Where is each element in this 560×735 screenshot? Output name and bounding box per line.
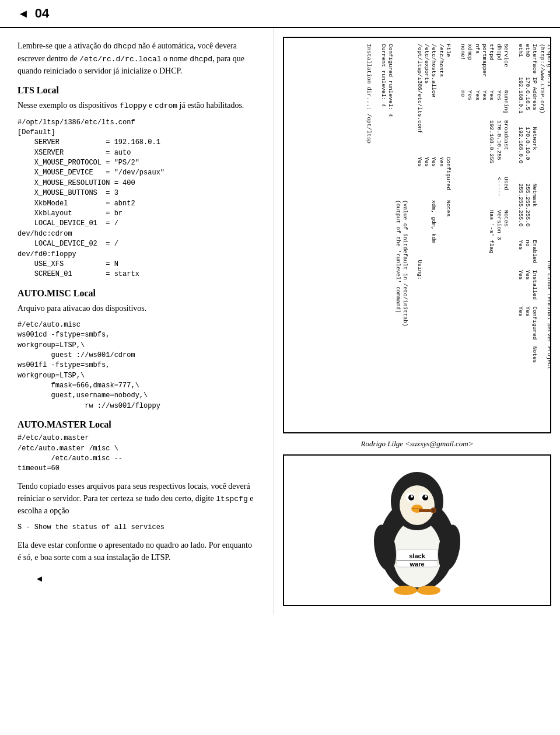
left-column: Lembre-se que a ativação do dhcpd não é …: [0, 28, 274, 615]
tux-image-area: slack ware: [283, 454, 551, 606]
right-column: ltspcfg v0.11 The Linux Terminal Server …: [274, 28, 560, 615]
auto-misc-heading: AUTO.MISC Local: [18, 288, 256, 299]
auto-master-heading: AUTO.MASTER Local: [18, 419, 256, 430]
svg-rect-12: [419, 509, 432, 512]
intro-paragraph: Lembre-se que a ativação do dhcpd não é …: [18, 40, 256, 77]
author-line: Rodrigo Lilge <suxsys@gmail.com>: [286, 439, 548, 449]
page-arrow-left: ◄: [18, 7, 29, 20]
svg-point-18: [417, 586, 440, 595]
terminal-table-wrapper: ltspcfg v0.11 The Linux Terminal Server …: [283, 37, 551, 433]
page-number: 04: [35, 6, 49, 21]
svg-point-17: [394, 586, 417, 595]
svg-point-8: [411, 495, 413, 498]
svg-text:ware: ware: [409, 561, 424, 568]
lts-local-intro: Nesse exemplo os dispositivos floppy e c…: [18, 99, 256, 112]
lts-conf-code: #/opt/ltsp/i386/etc/lts.conf [Default] S…: [18, 118, 256, 280]
show-status-code: S - Show the status of all services: [18, 523, 256, 533]
auto-master-code: #/etc/auto.master /etc/auto.master /misc…: [18, 433, 256, 474]
svg-point-14: [432, 509, 435, 512]
svg-text:slack: slack: [409, 552, 425, 559]
copy-text: Tendo copiado esses arquivos para seus r…: [18, 480, 256, 517]
bottom-arrow: ◄: [18, 569, 256, 589]
bottom-arrow-symbol: ◄: [35, 574, 44, 584]
auto-misc-code: #/etc/auto.misc ws001cd -fstype=smbfs, w…: [18, 320, 256, 412]
svg-point-9: [425, 495, 427, 498]
page: ◄ 04 Lembre-se que a ativação do dhcpd n…: [0, 0, 560, 735]
auto-misc-intro: Arquivo para ativacao dos dispositivos.: [18, 302, 256, 314]
page-number-bar: ◄ 04: [0, 0, 560, 28]
final-text: Ela deve estar conforme o apresentado no…: [18, 539, 256, 564]
terminal-content: ltspcfg v0.11 The Linux Terminal Server …: [284, 38, 551, 429]
tux-penguin-svg: slack ware: [359, 463, 475, 597]
main-content: Lembre-se que a ativação do dhcpd não é …: [0, 28, 560, 615]
lts-local-heading: LTS Local: [18, 85, 256, 96]
